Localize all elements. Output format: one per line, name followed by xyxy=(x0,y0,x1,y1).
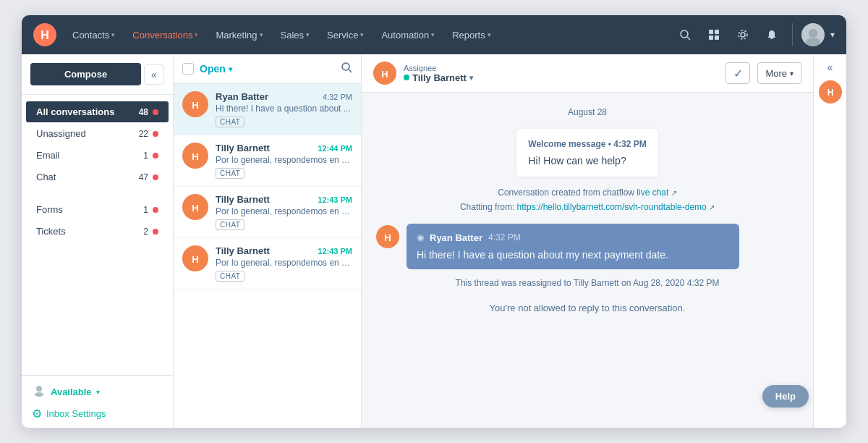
chevron-down-icon: ▾ xyxy=(360,31,364,38)
sidebar-item-chat[interactable]: Chat 47 xyxy=(26,166,169,187)
sidebar-item-all-conversations[interactable]: All conversations 48 xyxy=(26,101,169,122)
nav-reports[interactable]: Reports ▾ xyxy=(445,25,498,45)
unread-dot xyxy=(153,153,158,159)
sidebar-collapse-button[interactable]: « xyxy=(144,64,164,85)
date-divider: August 28 xyxy=(376,107,799,117)
chat-messages: August 28 Welcome message • 4:32 PM Hi! … xyxy=(362,93,813,428)
compose-button[interactable]: Compose xyxy=(30,63,141,85)
nav-conversations[interactable]: Conversations ▾ xyxy=(125,25,205,45)
chevron-down-icon: ▾ xyxy=(488,31,491,38)
external-link-icon-2: ↗ xyxy=(709,203,715,211)
grid-icon-button[interactable] xyxy=(702,23,726,46)
welcome-message-wrapper: Welcome message • 4:32 PM Hi! How can we… xyxy=(376,129,799,177)
chevron-down-icon: ▾ xyxy=(111,31,115,38)
sidebar-item-email[interactable]: Email 1 xyxy=(26,145,169,166)
chevron-down-icon: ▾ xyxy=(260,31,263,38)
svg-text:H: H xyxy=(384,232,391,243)
inbox-settings-link[interactable]: ⚙ Inbox Settings xyxy=(32,407,163,421)
settings-button[interactable] xyxy=(731,23,754,46)
svg-text:H: H xyxy=(192,254,198,265)
svg-line-3 xyxy=(687,37,690,40)
open-filter-button[interactable]: Open ▾ xyxy=(200,63,232,75)
user-avatar[interactable] xyxy=(801,23,825,46)
chat-icon: ◉ xyxy=(417,232,424,242)
online-status-dot xyxy=(404,75,409,80)
svg-point-14 xyxy=(342,63,349,70)
search-button[interactable] xyxy=(673,23,697,46)
conv-content: Tilly Barnett 12:43 PM Por lo general, r… xyxy=(216,245,352,282)
sidebar: Compose « All conversations 48 Unassigne… xyxy=(22,54,174,428)
chat-header: H Assignee Tilly Barnett ▾ ✓ More ▾ xyxy=(362,54,813,93)
user-menu-chevron[interactable]: ▾ xyxy=(830,30,835,40)
conversation-search-button[interactable] xyxy=(341,62,352,76)
svg-point-13 xyxy=(35,392,43,397)
unread-dot xyxy=(153,131,158,137)
assignee-chevron-icon: ▾ xyxy=(469,74,473,82)
conv-info: Conversation created from chatflow live … xyxy=(376,185,799,215)
unread-dot xyxy=(153,109,158,115)
select-all-checkbox[interactable] xyxy=(182,63,194,75)
more-button[interactable]: More ▾ xyxy=(757,62,801,84)
user-message-card: ◉ Ryan Batter 4:32 PM Hi there! I have a… xyxy=(407,224,739,269)
compose-section: Compose « xyxy=(22,54,173,95)
sidebar-nav: All conversations 48 Unassigned 22 Email… xyxy=(22,95,173,375)
conv-list-header: Open ▾ xyxy=(174,54,361,84)
conv-avatar: H xyxy=(182,245,208,271)
unread-dot xyxy=(153,207,158,213)
svg-text:H: H xyxy=(41,29,49,41)
nav-automation[interactable]: Automation ▾ xyxy=(374,25,442,45)
navbar-divider xyxy=(792,23,793,46)
svg-text:H: H xyxy=(381,69,388,80)
main-layout: Compose « All conversations 48 Unassigne… xyxy=(22,54,846,428)
svg-line-15 xyxy=(349,69,352,72)
conversation-item[interactable]: H Tilly Barnett 12:44 PM Por lo general,… xyxy=(174,135,361,187)
svg-rect-5 xyxy=(715,30,719,34)
conv-avatar: H xyxy=(182,143,208,169)
welcome-message-bubble: Welcome message • 4:32 PM Hi! How can we… xyxy=(516,129,658,177)
nav-sales[interactable]: Sales ▾ xyxy=(273,25,318,45)
available-icon xyxy=(32,383,46,401)
sidebar-item-unassigned[interactable]: Unassigned 22 xyxy=(26,123,169,144)
unread-dot xyxy=(153,229,158,235)
hubspot-panel-button[interactable]: H xyxy=(819,80,842,104)
conv-avatar: H xyxy=(182,91,208,117)
external-link-icon: ↗ xyxy=(671,189,677,197)
conversation-item[interactable]: H Tilly Barnett 12:43 PM Por lo general,… xyxy=(174,187,361,238)
svg-rect-6 xyxy=(709,35,713,40)
nav-contacts[interactable]: Contacts ▾ xyxy=(65,25,122,45)
sidebar-item-forms[interactable]: Forms 1 xyxy=(26,199,169,220)
chatflow-url-link[interactable]: https://hello.tillybarnett.com/svh-round… xyxy=(517,202,707,212)
right-panel-collapse-button[interactable]: « xyxy=(827,62,833,73)
no-reply-notice: You're not allowed to reply to this conv… xyxy=(376,297,799,319)
user-message: H ◉ Ryan Batter 4:32 PM Hi there! I have… xyxy=(376,224,799,269)
notifications-button[interactable] xyxy=(760,23,783,46)
more-chevron-icon: ▾ xyxy=(790,69,793,77)
hubspot-logo[interactable]: H xyxy=(33,23,56,46)
conv-content: Tilly Barnett 12:43 PM Por lo general, r… xyxy=(216,194,352,230)
conversation-item[interactable]: H Ryan Batter 4:32 PM Hi there! I have a… xyxy=(174,84,361,135)
live-chat-link[interactable]: live chat xyxy=(637,187,668,198)
svg-point-9 xyxy=(739,30,747,39)
help-button[interactable]: Help xyxy=(762,385,809,408)
conv-content: Tilly Barnett 12:44 PM Por lo general, r… xyxy=(216,143,352,179)
svg-point-11 xyxy=(806,38,820,46)
svg-text:H: H xyxy=(192,100,198,111)
sidebar-item-tickets[interactable]: Tickets 2 xyxy=(26,221,169,242)
svg-point-8 xyxy=(741,33,745,37)
conversation-items: H Ryan Batter 4:32 PM Hi there! I have a… xyxy=(174,84,361,428)
mark-done-button[interactable]: ✓ xyxy=(726,62,750,84)
conversation-list: Open ▾ H Ryan Batter 4:32 PM xyxy=(174,54,362,428)
gear-icon: ⚙ xyxy=(32,407,42,421)
conversation-item[interactable]: H Tilly Barnett 12:43 PM Por lo general,… xyxy=(174,238,361,290)
user-message-avatar: H xyxy=(376,225,399,248)
nav-service[interactable]: Service ▾ xyxy=(320,25,371,45)
navbar: H Contacts ▾ Conversations ▾ Marketing ▾… xyxy=(22,15,846,54)
chat-header-avatar: H xyxy=(373,62,396,85)
right-panel: « H xyxy=(813,54,846,428)
svg-text:H: H xyxy=(192,151,198,162)
nav-marketing[interactable]: Marketing ▾ xyxy=(208,25,270,45)
chevron-down-icon: ▾ xyxy=(195,31,198,38)
svg-point-12 xyxy=(36,386,42,392)
conv-content: Ryan Batter 4:32 PM Hi there! I have a q… xyxy=(216,91,352,127)
availability-status[interactable]: Available ▾ xyxy=(32,383,163,401)
